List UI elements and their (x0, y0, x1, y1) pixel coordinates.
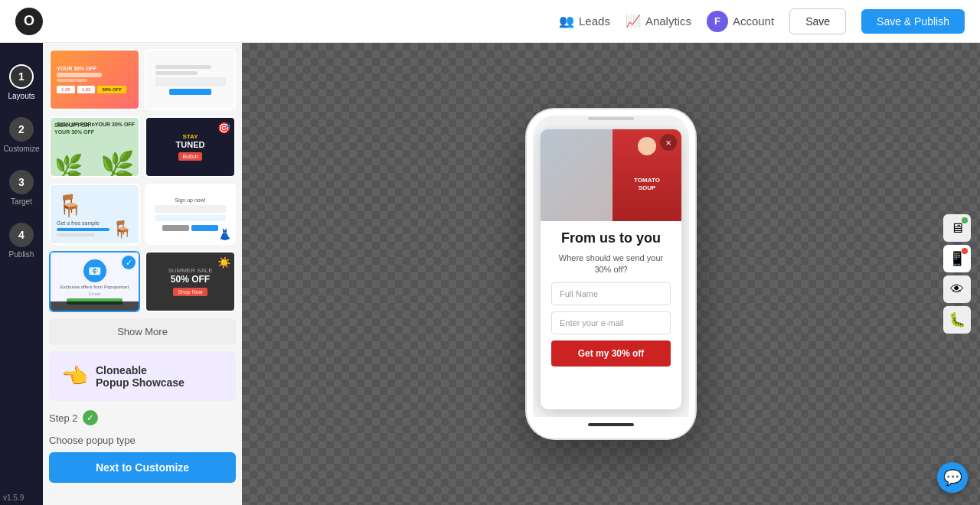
logo-letter: O (24, 13, 34, 29)
next-to-customize-button[interactable]: Next to Customize (49, 452, 236, 483)
analytics-label: Analytics (645, 15, 691, 28)
popup-full-name-input[interactable]: Full Name (551, 282, 671, 305)
step-check-icon: ✓ (83, 410, 98, 425)
template-preview-light (146, 50, 234, 109)
step-number-text: Step 2 (49, 412, 78, 424)
template-card-orange[interactable]: YOUR 30% OFF 1.25 1.62 50% OFF (49, 49, 140, 110)
analytics-nav-item[interactable]: 📈 Analytics (626, 14, 691, 28)
template-card-summer[interactable]: Summer Sale 50% OFF Shop Now ☀️ (145, 251, 236, 312)
phone-home-indicator (588, 423, 634, 426)
leads-icon: 👥 (559, 14, 574, 28)
step-4-circle: 4 (9, 223, 34, 247)
template-card-stay-tuned[interactable]: STAY TUNED 🎯 Button (145, 116, 236, 178)
chat-bubble-button[interactable]: 💬 (937, 462, 968, 493)
bug-icon: 🐛 (949, 311, 965, 328)
save-publish-button[interactable]: Save & Publish (861, 9, 965, 34)
template-card-green-plant[interactable]: SIGN UP FORYOUR 30% OFF 🌿 (49, 116, 140, 178)
show-more-button[interactable]: Show More (49, 318, 236, 345)
save-button[interactable]: Save (789, 8, 846, 34)
popup-body: From us to you Where should we send your… (541, 221, 681, 376)
popup-title: From us to you (551, 230, 671, 246)
template-card-popup-selected[interactable]: 📧 Exclusive offers from Popupsmart Email… (49, 251, 140, 312)
desktop-view-button[interactable]: 🖥 (943, 214, 971, 242)
analytics-icon: 📈 (626, 14, 641, 28)
cloneable-banner[interactable]: 👈 CloneablePopup Showcase (49, 351, 236, 401)
step-2-label: Customize (3, 145, 39, 153)
popup-modal: TOMATOSOUP × From us to you Where should… (541, 129, 681, 409)
mobile-active-dot (962, 248, 968, 254)
right-toolbar: 🖥 📱 👁 🐛 (940, 205, 974, 343)
main-content: 1 Layouts 2 Customize 3 Target 4 Publish… (0, 43, 980, 505)
selected-check-icon: ✓ (122, 256, 136, 269)
popup-cta-button[interactable]: Get my 30% off (551, 340, 671, 367)
header: O 👥 Leads 📈 Analytics F Account Save Sav… (0, 0, 980, 43)
leads-nav-item[interactable]: 👥 Leads (559, 14, 610, 28)
step-2-customize[interactable]: 2 Customize (0, 111, 42, 159)
template-row-3: Get a free sample 🪑 Sign up now! 👗 (49, 184, 236, 245)
chat-icon: 💬 (943, 468, 962, 487)
phone-notch-bar (533, 116, 689, 122)
account-label: Account (733, 15, 774, 28)
step-3-circle: 3 (9, 170, 34, 194)
mobile-view-button[interactable]: 📱 (943, 245, 971, 272)
cloneable-title: CloneablePopup Showcase (96, 364, 185, 389)
canvas-area: TOMATOSOUP × From us to you Where should… (242, 43, 980, 505)
logo[interactable]: O (15, 8, 43, 35)
preview-button[interactable]: 👁 (943, 275, 971, 303)
step-3-target[interactable]: 3 Target (6, 164, 37, 212)
step-1-layouts[interactable]: 1 Layouts (5, 58, 38, 106)
eye-icon: 👁 (950, 282, 964, 298)
template-row-2: SIGN UP FORYOUR 30% OFF 🌿 STAY TUNED 🎯 B… (49, 116, 236, 178)
template-row-4: 📧 Exclusive offers from Popupsmart Email… (49, 251, 236, 312)
step-info: Step 2 ✓ (49, 407, 236, 428)
popup-image: TOMATOSOUP × (541, 129, 681, 221)
phone-home-bar (533, 417, 689, 432)
templates-panel: YOUR 30% OFF 1.25 1.62 50% OFF (43, 43, 242, 505)
popup-email-input[interactable]: Enter your e-mail (551, 311, 671, 334)
template-card-signup[interactable]: Sign up now! 👗 (145, 184, 236, 245)
step-2-circle: 2 (9, 117, 34, 142)
cloneable-emoji: 👈 (61, 363, 88, 389)
template-card-chair[interactable]: Get a free sample 🪑 (49, 184, 140, 245)
step-3-label: Target (11, 197, 32, 206)
popup-close-button[interactable]: × (660, 134, 677, 151)
phone-screen: TOMATOSOUP × From us to you Where should… (533, 122, 689, 417)
reset-content-overlay[interactable] (51, 301, 139, 311)
popup-subtitle: Where should we send your30% off? (551, 252, 671, 276)
step-choose-label: Choose popup type (49, 435, 236, 446)
template-row-1: YOUR 30% OFF 1.25 1.62 50% OFF (49, 49, 236, 110)
phone-notch (588, 117, 634, 120)
step-4-publish[interactable]: 4 Publish (6, 217, 38, 265)
template-card-light[interactable] (145, 49, 236, 110)
desktop-active-dot (962, 217, 968, 223)
step-1-label: Layouts (8, 92, 34, 100)
step-1-circle: 1 (9, 64, 34, 89)
leads-label: Leads (579, 15, 610, 28)
account-avatar: F (707, 11, 728, 32)
phone-mockup: TOMATOSOUP × From us to you Where should… (527, 109, 695, 438)
bug-report-button[interactable]: 🐛 (943, 306, 971, 334)
header-nav: 👥 Leads 📈 Analytics F Account Save Save … (559, 8, 965, 34)
step-4-label: Publish (9, 250, 34, 259)
account-nav-item[interactable]: F Account (707, 11, 774, 32)
steps-sidebar: 1 Layouts 2 Customize 3 Target 4 Publish (0, 43, 43, 505)
